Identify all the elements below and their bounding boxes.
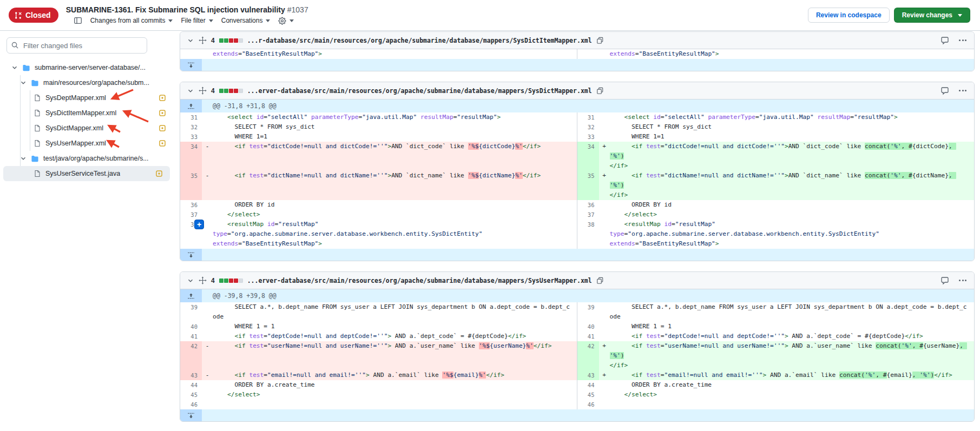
comment-icon[interactable]: [940, 276, 949, 285]
diff-add-cell: 42+ <if test="userName!=null and userNam…: [577, 341, 975, 370]
hunk-header-text: @@ -31,8 +31,8 @@: [202, 100, 277, 112]
tree-file-sysusermapper-xml[interactable]: SysUserMapper.xml: [0, 136, 173, 151]
line-number[interactable]: 32: [577, 122, 599, 132]
code-line: <resultMap id="resultMap" type="org.apac…: [213, 220, 577, 249]
chevron-down-icon[interactable]: [11, 64, 18, 71]
file-tree-toggle-icon[interactable]: [74, 16, 82, 25]
line-number[interactable]: [180, 49, 202, 59]
drag-handle-icon[interactable]: [199, 276, 207, 284]
tree-file-sysdictmapper-xml[interactable]: SysDictMapper.xml: [0, 121, 173, 136]
chevron-down-icon[interactable]: [19, 155, 27, 162]
file-path: ...erver-database/src/main/resources/org…: [247, 87, 592, 95]
expand-up-button[interactable]: [180, 289, 202, 302]
line-number[interactable]: 33: [577, 132, 599, 142]
changes-from-dropdown[interactable]: Changes from all commits: [90, 17, 173, 24]
diffstat-square-del: [229, 279, 233, 283]
diff-row: 37 </select>37 </select>: [180, 210, 974, 220]
drag-handle-icon[interactable]: [199, 36, 207, 44]
chevron-down-icon[interactable]: [19, 79, 27, 87]
diff-ctx-cell: 31 <select id="selectAll" parameterType=…: [180, 112, 577, 122]
expand-down-button[interactable]: [180, 59, 202, 71]
copy-path-icon[interactable]: [596, 87, 604, 95]
diff-row: 34- <if test="dictCode!=null and dictCod…: [180, 142, 974, 171]
folder-icon: [31, 79, 39, 87]
kebab-menu-icon[interactable]: [958, 279, 968, 282]
line-number[interactable]: 41: [577, 331, 599, 341]
line-number[interactable]: 34: [577, 142, 599, 171]
diffstat-square-add: [224, 38, 228, 43]
line-number[interactable]: 42: [577, 341, 599, 370]
line-number[interactable]: 36: [577, 200, 599, 210]
diffstat-square-add: [224, 89, 228, 93]
review-changes-button[interactable]: Review changes: [894, 8, 970, 23]
expand-up-button[interactable]: [180, 100, 202, 112]
diff-ctx-cell: 41 <if test="deptCode!=null and deptCode…: [577, 331, 975, 341]
line-number[interactable]: 45: [577, 390, 599, 400]
line-number[interactable]: 46: [577, 400, 599, 409]
code-line: <if test="email!=null and email!=''"> AN…: [213, 370, 577, 380]
changes-count: 4: [211, 87, 215, 95]
line-number[interactable]: 35: [180, 171, 202, 200]
diff-row: 43- <if test="email!=null and email!=''"…: [180, 370, 974, 380]
collapse-chevron-icon[interactable]: [187, 277, 194, 284]
comment-icon[interactable]: [940, 87, 949, 95]
code-line: </select>: [610, 210, 975, 220]
filter-files-input[interactable]: [6, 37, 147, 54]
code-line: SELECT a.*, b.dept_name FROM sys_user a …: [213, 302, 577, 322]
diff-marker: [599, 380, 610, 390]
diff-ctx-cell: 33 WHERE 1=1: [180, 132, 577, 142]
tree-file-sysdeptmapper-xml[interactable]: SysDeptMapper.xml: [0, 90, 173, 105]
diff-marker: [202, 122, 213, 132]
line-number[interactable]: 40: [180, 322, 202, 331]
expand-down-button[interactable]: [180, 409, 202, 421]
line-number[interactable]: 37: [180, 210, 202, 220]
diff-ctx-cell: 37 </select>: [577, 210, 975, 220]
line-number[interactable]: 41: [180, 331, 202, 341]
line-number[interactable]: [577, 49, 599, 59]
line-number[interactable]: 39: [577, 302, 599, 322]
collapse-chevron-icon[interactable]: [187, 87, 194, 95]
conversations-dropdown[interactable]: Conversations: [221, 17, 271, 24]
diff-marker: [202, 322, 213, 331]
comment-icon[interactable]: [940, 36, 949, 45]
line-number[interactable]: 34: [180, 142, 202, 171]
line-number[interactable]: 39: [180, 302, 202, 322]
line-number[interactable]: 44: [577, 380, 599, 390]
tree-folder-submarine-server-server-database-[interactable]: submarine-server/server-database/...: [0, 60, 173, 75]
expand-down-button[interactable]: [180, 249, 202, 261]
kebab-menu-icon[interactable]: [958, 89, 968, 92]
line-number[interactable]: 45: [180, 390, 202, 400]
line-number[interactable]: 43: [577, 370, 599, 380]
line-number[interactable]: 32: [180, 122, 202, 132]
tree-item-label: SysDeptMapper.xml: [45, 94, 106, 102]
add-comment-button[interactable]: +: [194, 220, 204, 229]
line-number[interactable]: 31: [180, 112, 202, 122]
copy-path-icon[interactable]: [596, 277, 604, 284]
search-icon: [11, 41, 19, 49]
kebab-menu-icon[interactable]: [958, 38, 968, 42]
line-number[interactable]: 44: [180, 380, 202, 390]
line-number[interactable]: 31: [577, 112, 599, 122]
tree-folder-test-java-org-apache-submarine-s-[interactable]: test/java/org/apache/submarine/s...: [0, 151, 173, 166]
line-number[interactable]: 46: [180, 400, 202, 409]
line-number[interactable]: 37: [577, 210, 599, 220]
line-number[interactable]: 33: [180, 132, 202, 142]
line-number[interactable]: 42: [180, 341, 202, 370]
diff-settings-dropdown[interactable]: [278, 17, 294, 25]
copy-path-icon[interactable]: [596, 37, 604, 44]
line-number[interactable]: 40: [577, 322, 599, 331]
tree-file-sysdictitemmapper-xml[interactable]: SysDictItemMapper.xml: [0, 105, 173, 121]
line-number[interactable]: 35: [577, 171, 599, 200]
hunk-row: @@ -39,8 +39,8 @@: [180, 289, 974, 302]
tree-folder-main-resources-org-apache-subm-[interactable]: main/resources/org/apache/subm...: [0, 75, 173, 90]
file-filter-dropdown[interactable]: File filter: [181, 17, 213, 24]
line-number[interactable]: 36: [180, 200, 202, 210]
review-in-codespace-button[interactable]: Review in codespace: [808, 8, 890, 23]
diff-del-cell: 35- <if test="dictName!=null and dictNam…: [180, 171, 577, 200]
diff-ctx-cell: 33 WHERE 1=1: [577, 132, 975, 142]
collapse-chevron-icon[interactable]: [187, 37, 194, 44]
line-number[interactable]: 43: [180, 370, 202, 380]
drag-handle-icon[interactable]: [199, 87, 207, 95]
tree-file-sysuserservicetest-java[interactable]: SysUserServiceTest.java: [3, 166, 170, 181]
line-number[interactable]: 38: [577, 220, 599, 249]
